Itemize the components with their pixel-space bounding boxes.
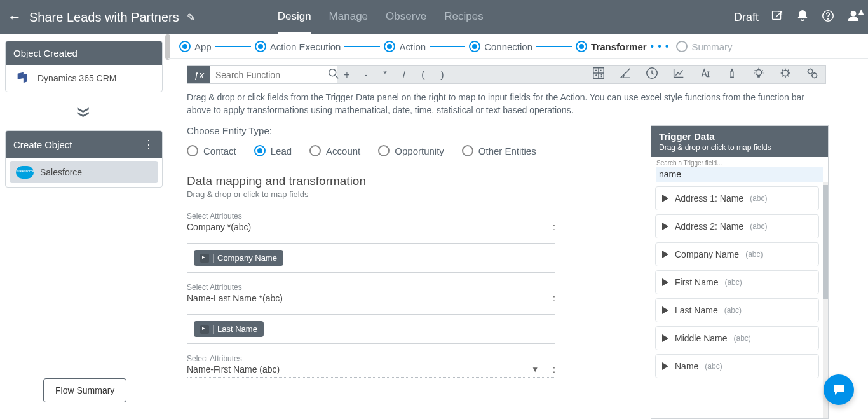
op-plus[interactable]: + <box>337 69 356 81</box>
mapping-subtitle: Drag & drop or click to map fields <box>187 189 638 199</box>
bulb-icon[interactable] <box>752 66 766 83</box>
chip-source-icon <box>200 325 209 334</box>
attr-block-company: Select Attributes Company *(abc) : Compa… <box>187 212 555 273</box>
step-connection[interactable]: Connection <box>469 41 532 52</box>
gear-icon[interactable] <box>805 66 819 83</box>
step-connector <box>430 46 465 47</box>
svg-point-7 <box>731 69 733 71</box>
card-title: Object Created <box>13 48 78 58</box>
attr-row[interactable]: Company *(abc) : <box>187 222 555 235</box>
field-icon <box>662 278 668 286</box>
field-icon <box>662 251 668 258</box>
trigger-field-item[interactable]: Address 1: Name(abc) <box>655 186 819 210</box>
step-connector <box>536 46 572 47</box>
text-icon[interactable] <box>698 66 712 83</box>
attr-row[interactable]: Name-Last Name *(abc) : <box>187 293 555 306</box>
svg-rect-8 <box>731 72 733 77</box>
tab-observe[interactable]: Observe <box>386 1 426 34</box>
op-div[interactable]: / <box>395 69 414 81</box>
trigger-field-item[interactable]: Address 2: Name(abc) <box>655 214 819 238</box>
trigger-field-item[interactable]: Middle Name(abc) <box>655 326 819 350</box>
radio-account[interactable]: Account <box>309 145 360 156</box>
trigger-search-label: Search a Trigger field... <box>656 160 823 167</box>
attr-label: Name-First Name (abc) <box>187 364 531 374</box>
radio-contact[interactable]: Contact <box>187 145 236 156</box>
info-icon[interactable] <box>725 66 739 83</box>
clock-icon[interactable] <box>645 66 659 83</box>
edit-icon[interactable]: ✎ <box>187 11 195 24</box>
field-icon <box>662 223 668 230</box>
svg-rect-0 <box>773 11 781 19</box>
chevron-down-icon[interactable]: ▼ <box>531 365 543 374</box>
step-action-exec[interactable]: Action Execution <box>255 41 341 52</box>
alert-badge-icon: ▲ <box>857 6 865 17</box>
attr-row-select[interactable]: Name-First Name (abc) ▼ : <box>187 364 555 378</box>
map-input-lastname[interactable]: Last Name <box>187 314 555 344</box>
trigger-field-item[interactable]: First Name(abc) <box>655 270 819 294</box>
back-arrow-icon[interactable]: ← <box>8 9 22 25</box>
svg-point-9 <box>756 70 761 76</box>
virus-icon[interactable] <box>778 66 792 83</box>
svg-point-11 <box>808 69 813 74</box>
stepper: App Action Execution Action Connection T… <box>168 34 868 59</box>
trigger-search-input[interactable] <box>656 167 823 182</box>
chat-fab[interactable] <box>824 374 854 405</box>
step-summary[interactable]: Summary <box>676 41 732 52</box>
op-mult[interactable]: * <box>376 69 395 81</box>
map-input-company[interactable]: Company Name <box>187 243 555 273</box>
function-search-input[interactable] <box>215 70 327 80</box>
trigger-field-item[interactable]: Last Name(abc) <box>655 298 819 322</box>
op-lparen[interactable]: ( <box>414 69 433 81</box>
card-title: Create Object <box>13 139 72 150</box>
step-app[interactable]: App <box>179 41 212 52</box>
step-action[interactable]: Action <box>384 41 426 52</box>
user-icon[interactable]: ▲ <box>846 9 860 26</box>
flow-arrow-down-icon[interactable]: ❯❯ <box>77 46 91 175</box>
step-transformer[interactable]: Transformer <box>576 41 647 52</box>
op-minus[interactable]: - <box>356 69 376 81</box>
entity-radio-group: Contact Lead Account Opportunity Other E… <box>187 145 638 156</box>
dynamics-icon <box>13 72 31 84</box>
salesforce-icon <box>16 167 34 178</box>
step-connector <box>344 46 380 47</box>
function-search-wrap <box>210 66 337 83</box>
fx-icon: ƒx <box>187 66 210 83</box>
flow-summary-button[interactable]: Flow Summary <box>43 378 126 402</box>
svg-point-3 <box>851 11 855 15</box>
svg-point-4 <box>329 69 336 76</box>
field-icon <box>662 306 668 314</box>
svg-point-12 <box>812 73 817 78</box>
card-menu-icon[interactable]: ⋮ <box>143 137 154 151</box>
attr-label: Name-Last Name *(abc) <box>187 293 548 303</box>
tab-manage[interactable]: Manage <box>329 1 368 34</box>
attr-label: Company *(abc) <box>187 222 548 232</box>
trigger-search-wrap: Search a Trigger field... <box>651 157 828 182</box>
step-connector-dots: ••• <box>651 41 673 52</box>
status-label: Draft <box>734 11 759 24</box>
angle-icon[interactable] <box>618 66 632 83</box>
field-chip[interactable]: Last Name <box>194 321 264 337</box>
bell-icon[interactable] <box>796 9 810 26</box>
attr-hint: Select Attributes <box>187 283 555 292</box>
radio-lead[interactable]: Lead <box>254 145 292 156</box>
app-name: Salesforce <box>40 167 82 177</box>
trigger-field-item[interactable]: Name(abc) <box>655 354 819 378</box>
radio-opportunity[interactable]: Opportunity <box>378 145 444 156</box>
main-area: App Action Execution Action Connection T… <box>168 34 868 419</box>
radio-other[interactable]: Other Entities <box>462 145 536 156</box>
tab-recipes[interactable]: Recipes <box>444 1 483 34</box>
help-text: Drag & drop or click fields from the Tri… <box>168 88 868 125</box>
header-tabs: Design Manage Observe Recipes <box>278 1 484 34</box>
trigger-field-item[interactable]: Company Name(abc) <box>655 242 819 266</box>
chart-icon[interactable] <box>672 66 686 83</box>
app-header: ← Share Leads with Partners ✎ Design Man… <box>0 0 868 34</box>
open-external-icon[interactable] <box>770 9 784 26</box>
chip-source-icon <box>200 254 209 263</box>
help-icon[interactable] <box>821 9 835 26</box>
field-chip[interactable]: Company Name <box>194 250 283 266</box>
svg-point-2 <box>827 18 828 18</box>
math-icon[interactable] <box>592 66 606 83</box>
field-icon <box>662 334 668 342</box>
op-rparen[interactable]: ) <box>433 69 452 81</box>
tab-design[interactable]: Design <box>278 1 311 34</box>
